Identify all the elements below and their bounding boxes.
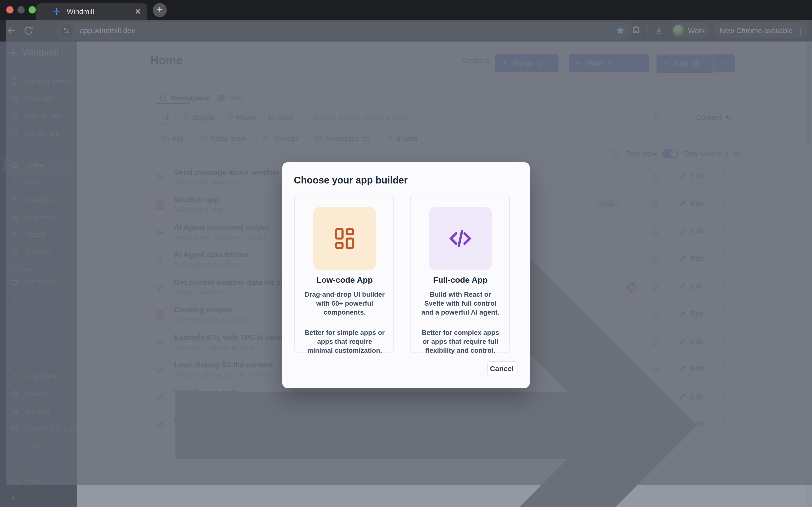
dashboard-grid-icon [332, 226, 357, 251]
code-icon [448, 226, 473, 251]
new-tab-button[interactable]: + [153, 3, 167, 17]
browser-tab[interactable]: Windmill ✕ [36, 3, 147, 20]
cancel-button[interactable]: Cancel [487, 361, 516, 376]
tab-title: Windmill [67, 7, 135, 16]
low-code-app-card[interactable]: Low-code App Drag-and-drop UI builder wi… [294, 194, 394, 353]
browser-toolbar: app.windmill.dev Work New Chrome availab… [0, 20, 812, 42]
full-code-app-card[interactable]: Full-code App Build with React or Svelte… [410, 194, 510, 353]
full-code-desc-2: Better for complex apps or apps that req… [420, 328, 501, 355]
low-code-tile [313, 207, 376, 270]
full-code-title: Full-code App [411, 275, 510, 285]
browser-tabstrip: Windmill ✕ + [0, 0, 812, 20]
modal-title: Choose your app builder [294, 175, 408, 186]
page-viewport: Windmill windmill-demo-... Favorites Sea… [0, 42, 812, 507]
low-code-title: Low-code App [295, 275, 394, 285]
window-minimize-button[interactable] [17, 6, 24, 13]
low-code-desc-2: Better for simple apps or apps that requ… [304, 328, 385, 355]
windmill-favicon-icon [52, 7, 61, 16]
tab-close-icon[interactable]: ✕ [135, 7, 141, 16]
full-code-tile [429, 207, 492, 270]
full-code-desc-1: Build with React or Svelte with full con… [420, 290, 501, 317]
low-code-desc-1: Drag-and-drop UI builder with 60+ powerf… [304, 290, 385, 317]
app-builder-modal: Choose your app builder Low-code App Dra… [282, 162, 530, 388]
window-close-button[interactable] [6, 6, 13, 13]
window-zoom-button[interactable] [29, 6, 36, 13]
